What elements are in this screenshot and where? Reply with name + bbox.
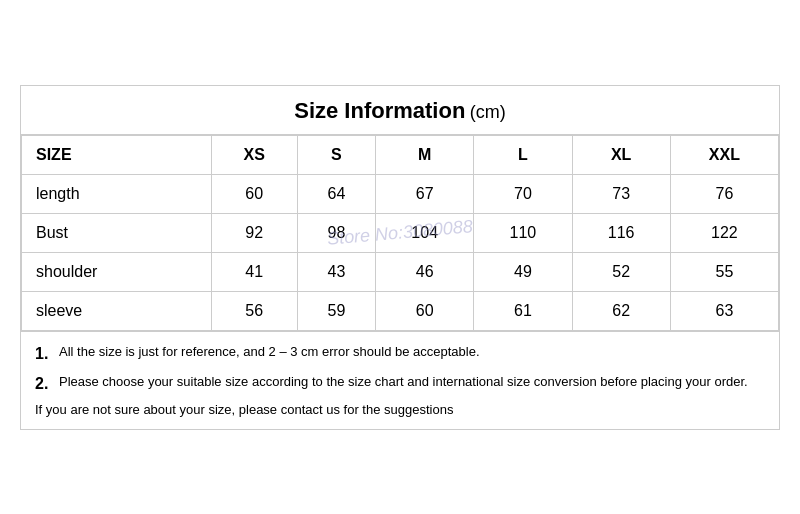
note-item: 2.Please choose your suitable size accor… [35,372,765,396]
table-row: shoulder414346495255 [22,252,779,291]
size-table: SIZE XS S M L XL XXL length606467707376B… [21,135,779,331]
row-label: Bust [22,213,212,252]
cell-value: 70 [474,174,572,213]
note-text: All the size is just for reference, and … [59,342,480,362]
cell-value: 98 [297,213,375,252]
note-item: 1.All the size is just for reference, an… [35,342,765,366]
cell-value: 49 [474,252,572,291]
table-body: length606467707376Bust9298104110116122sh… [22,174,779,330]
col-header-xs: XS [211,135,297,174]
note-number: 2. [35,372,53,396]
cell-value: 116 [572,213,670,252]
table-wrapper: SIZE XS S M L XL XXL length606467707376B… [21,135,779,331]
note-number: 1. [35,342,53,366]
cell-value: 64 [297,174,375,213]
cell-value: 92 [211,213,297,252]
col-header-m: M [376,135,474,174]
cell-value: 52 [572,252,670,291]
cell-value: 73 [572,174,670,213]
table-row: sleeve565960616263 [22,291,779,330]
table-header-row: SIZE XS S M L XL XXL [22,135,779,174]
cell-value: 41 [211,252,297,291]
col-header-l: L [474,135,572,174]
row-label: sleeve [22,291,212,330]
col-header-size: SIZE [22,135,212,174]
cell-value: 104 [376,213,474,252]
cell-value: 60 [211,174,297,213]
row-label: length [22,174,212,213]
cell-value: 43 [297,252,375,291]
cell-value: 59 [297,291,375,330]
col-header-xxl: XXL [670,135,778,174]
notes-section: 1.All the size is just for reference, an… [21,331,779,429]
cell-value: 67 [376,174,474,213]
cell-value: 56 [211,291,297,330]
cell-value: 60 [376,291,474,330]
cell-value: 46 [376,252,474,291]
cell-value: 122 [670,213,778,252]
title-unit: (cm) [470,102,506,122]
table-row: Bust9298104110116122 [22,213,779,252]
size-chart-container: Size Information (cm) SIZE XS S M L XL X… [20,85,780,430]
extra-note: If you are not sure about your size, ple… [35,402,765,417]
col-header-xl: XL [572,135,670,174]
title-row: Size Information (cm) [21,86,779,135]
cell-value: 55 [670,252,778,291]
cell-value: 76 [670,174,778,213]
cell-value: 63 [670,291,778,330]
cell-value: 62 [572,291,670,330]
note-text: Please choose your suitable size accordi… [59,372,748,392]
col-header-s: S [297,135,375,174]
row-label: shoulder [22,252,212,291]
table-row: length606467707376 [22,174,779,213]
cell-value: 61 [474,291,572,330]
title-main: Size Information [294,98,465,123]
cell-value: 110 [474,213,572,252]
